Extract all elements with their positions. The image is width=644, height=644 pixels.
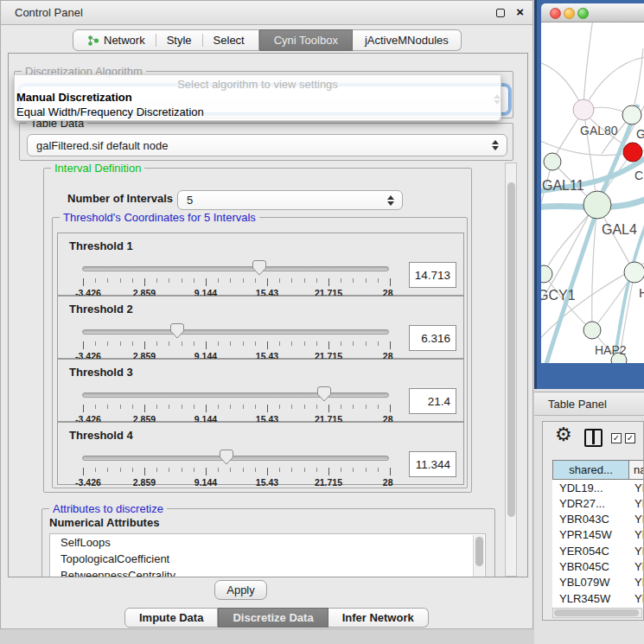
threshold-4-slider[interactable]: -3.4262.8599.144 15.4321.71528: [82, 449, 391, 483]
slider-track[interactable]: [82, 329, 389, 335]
node-label: GCY1: [541, 288, 576, 303]
dropdown-option-manual[interactable]: Manual Discretization: [15, 91, 501, 105]
slider-track[interactable]: [82, 392, 389, 398]
table-row[interactable]: YDL19...YDL1: [552, 480, 644, 495]
dropdown-placeholder: Select algorithm to view settings: [15, 75, 501, 91]
tab-infer-network[interactable]: Infer Network: [328, 608, 429, 628]
tab-discretize-data[interactable]: Discretize Data: [218, 608, 328, 628]
scrollbar-thumb[interactable]: [507, 182, 515, 517]
network-node[interactable]: [583, 322, 601, 339]
checkbox-icon[interactable]: ✓: [611, 433, 622, 443]
table-data-group: Table Data galFiltered.sif default node: [19, 123, 513, 161]
control-panel-titlebar[interactable]: Control Panel ×: [1, 1, 532, 25]
threshold-1-value-field[interactable]: 14.713: [409, 262, 456, 288]
top-tab-bar: Network Style Select Cyni Toolbox jActiv…: [73, 29, 462, 51]
node-label: GAL4: [602, 222, 637, 237]
table-row[interactable]: YER054CYER0: [552, 543, 644, 558]
close-icon[interactable]: ×: [516, 4, 524, 19]
scrollbar-thumb[interactable]: [554, 609, 639, 616]
network-icon: [87, 35, 99, 47]
slider-track[interactable]: [82, 266, 389, 271]
window-title: Control Panel: [15, 6, 83, 19]
numerical-attributes-list[interactable]: SelfLoops TopologicalCoefficient Between…: [49, 533, 486, 577]
numerical-attributes-label: Numerical Attributes: [49, 516, 159, 529]
tab-select[interactable]: Select: [203, 34, 255, 47]
table-data-combo[interactable]: galFiltered.sif default node: [27, 134, 507, 156]
table-row[interactable]: YPR145WYPR1: [552, 527, 644, 543]
minimize-traffic-light-icon[interactable]: [564, 8, 575, 19]
node-label: C: [634, 169, 643, 182]
table-row[interactable]: YDR27...YDR2: [552, 495, 644, 511]
network-node[interactable]: [583, 191, 611, 219]
attributes-group: Attributes to discretize Numerical Attri…: [41, 508, 495, 577]
threshold-1-panel: Threshold 1 -3.4262.8599.144 15.4321.715…: [57, 233, 464, 296]
threshold-label: Threshold 1: [69, 239, 133, 252]
list-item[interactable]: SelfLoops: [50, 534, 485, 551]
slider-thumb-icon[interactable]: [252, 260, 266, 276]
network-node[interactable]: [573, 99, 594, 120]
threshold-3-value-field[interactable]: 21.4: [409, 388, 456, 414]
interval-definition-group: Interval Definition Number of Intervals …: [43, 168, 472, 493]
table-panel-titlebar[interactable]: Table Panel: [534, 392, 644, 416]
network-node[interactable]: [624, 262, 644, 283]
apply-button[interactable]: Apply: [214, 580, 267, 600]
network-node[interactable]: [622, 105, 641, 124]
bottom-tab-bar: Impute Data Discretize Data Infer Networ…: [124, 608, 429, 628]
panel-scrollbar[interactable]: [505, 163, 517, 577]
table-horizontal-scrollbar[interactable]: [552, 608, 642, 618]
threshold-4-value-field[interactable]: 11.344: [409, 451, 456, 477]
slider-thumb-icon[interactable]: [220, 450, 233, 465]
slider-thumb-icon[interactable]: [170, 323, 184, 339]
column-header-name[interactable]: na: [629, 460, 644, 480]
threshold-2-panel: Threshold 2 -3.4262.8599.144 15.4321.715…: [57, 296, 464, 359]
table-panel: ⚙ ✓ ✓ shared... na YDL19...YDL1 YDR27...…: [542, 421, 644, 621]
group-title: Attributes to discretize: [49, 502, 167, 515]
node-label: GA: [636, 127, 644, 141]
tab-impute-data[interactable]: Impute Data: [124, 608, 218, 628]
threshold-4-panel: Threshold 4 -3.4262.8599.144 15.4321.715…: [57, 422, 464, 485]
table-row[interactable]: YLR345WYLR3: [552, 590, 644, 606]
table-row[interactable]: YBR043CYBR0: [552, 512, 644, 527]
network-node[interactable]: [541, 265, 552, 283]
number-of-intervals-combo[interactable]: 5: [177, 190, 403, 210]
node-attribute-table: shared... na YDL19...YDL1 YDR27...YDR2 Y…: [552, 460, 644, 609]
network-edge[interactable]: [546, 207, 598, 363]
number-of-intervals-label: Number of Intervals: [67, 192, 173, 205]
network-canvas[interactable]: GAL80GACGAL11GAL4GCY1HHAP2: [541, 22, 644, 363]
tab-cyni-toolbox[interactable]: Cyni Toolbox: [259, 29, 353, 51]
list-item[interactable]: BetweennessCentrality: [50, 567, 485, 577]
table-data-value: galFiltered.sif default node: [36, 139, 168, 152]
tab-jactivemnodules[interactable]: jActiveMNodules: [353, 29, 462, 51]
table-header-row: shared... na: [552, 460, 644, 480]
group-title: Threshold's Coordinates for 5 Intervals: [60, 211, 259, 224]
node-label: H: [639, 285, 644, 300]
list-item[interactable]: TopologicalCoefficient: [50, 551, 485, 567]
dropdown-option-equal-width[interactable]: Equal Width/Frequency Discretization: [15, 105, 501, 120]
group-title: Interval Definition: [51, 162, 144, 175]
float-window-icon[interactable]: [496, 9, 505, 17]
threshold-2-value-field[interactable]: 6.316: [409, 325, 456, 351]
table-row[interactable]: YBR045CYBR0: [552, 558, 644, 574]
zoom-traffic-light-icon[interactable]: [577, 8, 589, 19]
table-row[interactable]: YBL079WYBL0: [552, 575, 644, 590]
threshold-1-slider[interactable]: -3.4262.8599.144 15.4321.71528: [82, 259, 391, 294]
combo-arrows-icon: [387, 195, 394, 206]
slider-thumb-icon[interactable]: [317, 386, 331, 402]
network-window-titlebar[interactable]: [541, 3, 644, 22]
tab-style[interactable]: Style: [156, 34, 202, 47]
gear-icon[interactable]: ⚙: [555, 424, 572, 446]
split-column-icon[interactable]: [584, 429, 603, 447]
network-node[interactable]: [623, 143, 642, 162]
close-traffic-light-icon[interactable]: [550, 8, 561, 19]
tab-network[interactable]: Network: [77, 34, 156, 47]
network-node[interactable]: [544, 153, 561, 170]
checkbox-icon[interactable]: ✓: [625, 433, 635, 443]
threshold-3-slider[interactable]: -3.4262.8599.144 15.4321.71528: [82, 386, 391, 420]
column-header-shared-name[interactable]: shared...: [552, 460, 629, 480]
slider-track[interactable]: [82, 456, 389, 461]
threshold-label: Threshold 3: [69, 366, 133, 379]
cyni-toolbox-panel: Discretization Algorithm Select algorith…: [8, 53, 528, 577]
threshold-2-slider[interactable]: -3.4262.8599.144 15.4321.71528: [82, 322, 391, 357]
list-scrollbar[interactable]: [473, 535, 484, 577]
network-graph[interactable]: GAL80GACGAL11GAL4GCY1HHAP2: [541, 22, 644, 363]
